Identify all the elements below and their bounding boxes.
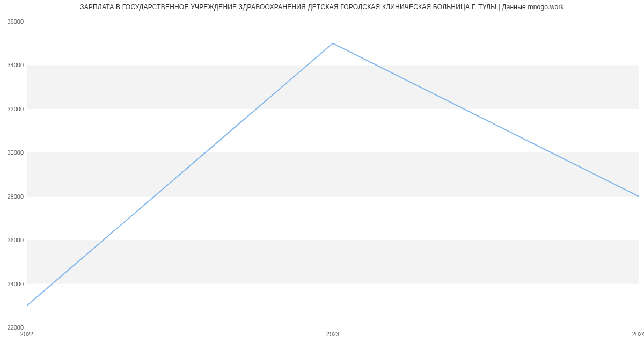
chart-svg <box>27 21 639 328</box>
chart-container: ЗАРПЛАТА В ГОСУДАРСТВЕННОЕ УЧРЕЖДЕНИЕ ЗД… <box>0 0 644 349</box>
x-tick-label: 2024 <box>632 331 644 337</box>
x-tick-label: 2023 <box>326 331 339 337</box>
y-tick-label: 22000 <box>0 324 24 331</box>
y-tick-label: 26000 <box>0 237 24 243</box>
y-tick-label: 30000 <box>0 149 24 156</box>
y-tick-label: 28000 <box>0 193 24 200</box>
x-tick-label: 2022 <box>20 331 33 337</box>
grid-band <box>27 240 639 283</box>
grid-band <box>27 65 639 108</box>
chart-title: ЗАРПЛАТА В ГОСУДАРСТВЕННОЕ УЧРЕЖДЕНИЕ ЗД… <box>0 3 644 11</box>
y-tick-label: 36000 <box>0 18 24 25</box>
grid-band <box>27 152 639 196</box>
chart-plot-area <box>27 21 639 328</box>
y-tick-label: 32000 <box>0 106 24 112</box>
y-tick-label: 24000 <box>0 281 24 287</box>
y-tick-label: 34000 <box>0 62 24 68</box>
